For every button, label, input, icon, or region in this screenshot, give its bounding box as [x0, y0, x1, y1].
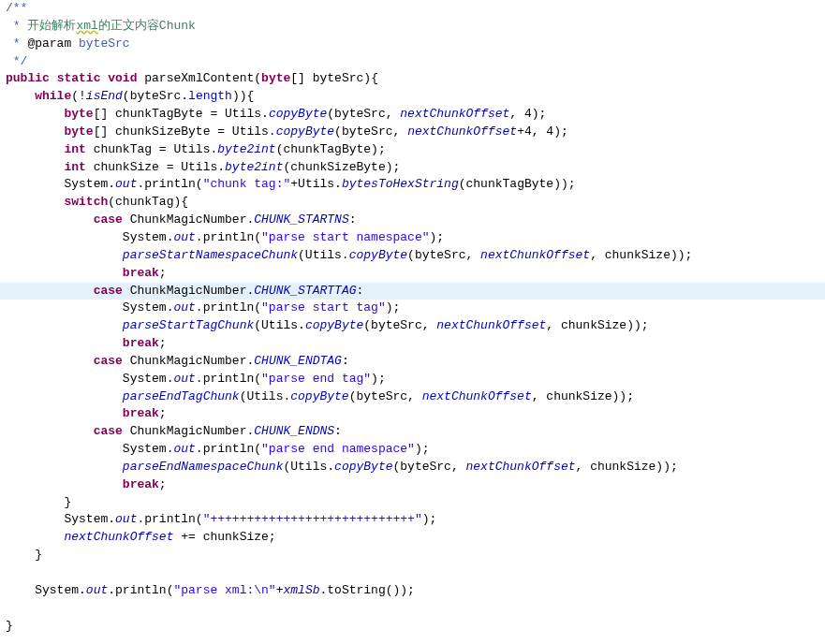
javadoc-tag: @param — [21, 37, 72, 51]
code-line: parseEndTagChunk(Utils.copyByte(byteSrc,… — [0, 388, 825, 406]
highlighted-line: case ChunkMagicNumber.CHUNK_STARTTAG: — [0, 283, 825, 300]
code-line: while(!isEnd(byteSrc.length)){ — [0, 88, 825, 106]
code-line: System.out.println("++++++++++++++++++++… — [0, 511, 825, 529]
code-line: } — [0, 618, 825, 636]
code-line: int chunkSize = Utils.byte2int(chunkSize… — [0, 159, 825, 177]
code-line — [0, 564, 825, 582]
code-line: nextChunkOffset += chunkSize; — [0, 529, 825, 547]
code-line: * 开始解析xml的正文内容Chunk — [0, 18, 825, 36]
code-line: case ChunkMagicNumber.CHUNK_ENDNS: — [0, 423, 825, 441]
code-line: switch(chunkTag){ — [0, 194, 825, 212]
code-line: * @param byteSrc — [0, 36, 825, 53]
code-line: break; — [0, 265, 825, 283]
code-line: */ — [0, 53, 825, 71]
code-line: parseStartTagChunk(Utils.copyByte(byteSr… — [0, 317, 825, 335]
code-line: break; — [0, 476, 825, 494]
code-line: System.out.println("parse start tag"); — [0, 300, 825, 317]
code-line: System.out.println("parse start namespac… — [0, 229, 825, 247]
code-line: System.out.println("chunk tag:"+Utils.by… — [0, 176, 825, 194]
code-line: case ChunkMagicNumber.CHUNK_STARTNS: — [0, 212, 825, 229]
code-line: case ChunkMagicNumber.CHUNK_ENDTAG: — [0, 353, 825, 371]
code-line: parseStartNamespaceChunk(Utils.copyByte(… — [0, 247, 825, 265]
code-line: /** — [0, 0, 825, 18]
code-line: int chunkTag = Utils.byte2int(chunkTagBy… — [0, 141, 825, 159]
code-line — [0, 600, 825, 618]
code-line: byte[] chunkSizeByte = Utils.copyByte(by… — [0, 124, 825, 141]
code-line: } — [0, 494, 825, 512]
code-line: System.out.println("parse end namespace"… — [0, 441, 825, 459]
code-line: break; — [0, 405, 825, 423]
code-line: byte[] chunkTagByte = Utils.copyByte(byt… — [0, 106, 825, 124]
code-line: break; — [0, 335, 825, 353]
doc-open: /** — [6, 1, 27, 15]
code-line: System.out.println("parse xml:\n"+xmlSb.… — [0, 582, 825, 600]
code-line: parseEndNamespaceChunk(Utils.copyByte(by… — [0, 459, 825, 476]
code-line: public static void parseXmlContent(byte[… — [0, 70, 825, 88]
doc-close: */ — [6, 54, 27, 68]
code-line: System.out.println("parse end tag"); — [0, 371, 825, 388]
code-line: } — [0, 547, 825, 564]
